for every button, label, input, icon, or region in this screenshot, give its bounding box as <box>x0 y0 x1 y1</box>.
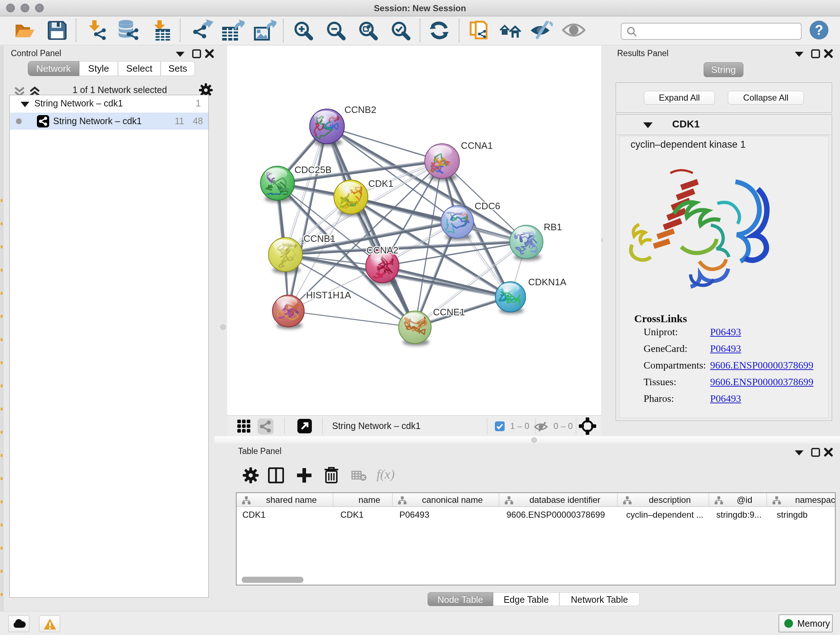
svg-text:CCNB2: CCNB2 <box>344 104 376 115</box>
svg-text:CCNA2: CCNA2 <box>366 245 398 256</box>
svg-text:CCNE1: CCNE1 <box>433 307 465 318</box>
svg-text:CDC6: CDC6 <box>475 201 500 211</box>
svg-text:CDC25B: CDC25B <box>294 165 332 175</box>
svg-text:HIST1H1A: HIST1H1A <box>306 290 351 301</box>
svg-text:CCNB1: CCNB1 <box>303 233 335 244</box>
svg-text:CDK1: CDK1 <box>368 178 393 189</box>
svg-text:?: ? <box>815 22 823 38</box>
svg-text:RB1: RB1 <box>544 222 562 233</box>
svg-text:CDKN1A: CDKN1A <box>528 277 567 287</box>
svg-text:CCNA1: CCNA1 <box>461 140 493 151</box>
